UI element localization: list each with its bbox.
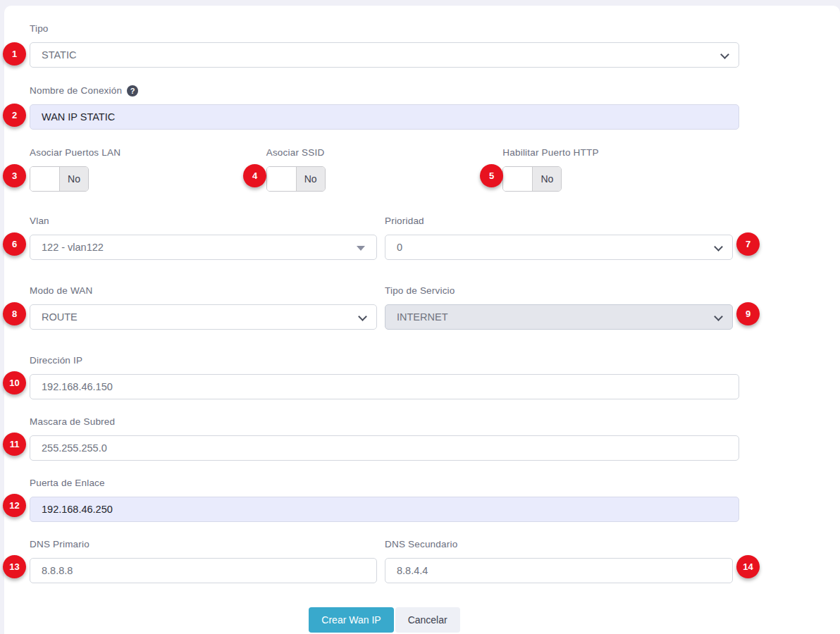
- toggles-row: Asociar Puertos LAN No Asociar SSID No H…: [30, 147, 739, 192]
- crear-wan-ip-button[interactable]: Crear Wan IP: [309, 607, 393, 633]
- triangle-down-icon: [357, 246, 365, 251]
- form-card: Tipo STATIC Nombre de Conexión ? Asociar…: [4, 6, 840, 634]
- direccion-ip-input[interactable]: [30, 374, 739, 399]
- tipo-servicio-select: INTERNET: [385, 304, 733, 330]
- field-modo-wan: Modo de WAN ROUTE: [30, 285, 377, 330]
- mascara-subred-input[interactable]: [30, 435, 739, 461]
- wan-ip-form-page: Tipo STATIC Nombre de Conexión ? Asociar…: [0, 0, 840, 634]
- dns-row: DNS Primario DNS Secundario: [30, 539, 739, 583]
- annotation-badge-5: 5: [480, 164, 503, 187]
- field-prioridad: Prioridad 0: [385, 216, 733, 260]
- chevron-down-icon: [714, 242, 723, 251]
- toggle-knob: [503, 167, 533, 191]
- toggle-state-label: No: [533, 167, 561, 191]
- cancelar-button[interactable]: Cancelar: [395, 607, 460, 633]
- modo-servicio-row: Modo de WAN ROUTE Tipo de Servicio INTER…: [30, 285, 739, 330]
- field-asociar-puertos-lan: Asociar Puertos LAN No: [30, 147, 266, 192]
- habilitar-puerto-http-label: Habilitar Puerto HTTP: [502, 147, 739, 158]
- field-direccion-ip: Dirección IP: [30, 355, 739, 399]
- nombre-conexion-input[interactable]: [30, 104, 739, 130]
- vlan-label: Vlan: [30, 216, 377, 227]
- prioridad-label: Prioridad: [385, 216, 733, 227]
- dns-secundario-label: DNS Secundario: [385, 539, 733, 550]
- field-asociar-ssid: Asociar SSID No: [266, 147, 503, 192]
- help-question-icon[interactable]: ?: [127, 85, 138, 97]
- annotation-badge-3: 3: [3, 164, 26, 187]
- habilitar-puerto-http-toggle[interactable]: No: [502, 166, 562, 192]
- annotation-badge-7: 7: [736, 232, 760, 256]
- annotation-badge-10: 10: [3, 371, 26, 394]
- field-habilitar-puerto-http: Habilitar Puerto HTTP No: [502, 147, 739, 192]
- asociar-ssid-toggle[interactable]: No: [266, 166, 326, 192]
- toggle-knob: [267, 167, 297, 191]
- annotation-badge-1: 1: [3, 42, 26, 66]
- dns-secundario-input[interactable]: [385, 558, 733, 583]
- modo-wan-label: Modo de WAN: [30, 285, 377, 297]
- form-actions: Crear Wan IP Cancelar: [30, 607, 739, 633]
- annotation-badge-8: 8: [3, 302, 26, 325]
- field-mascara-subred: Mascara de Subred: [30, 416, 739, 461]
- toggle-state-label: No: [297, 167, 325, 191]
- toggle-knob: [30, 167, 60, 191]
- puerta-enlace-input[interactable]: [30, 497, 739, 522]
- dns-primario-input[interactable]: [30, 558, 377, 583]
- annotation-badge-4: 4: [243, 164, 266, 187]
- prioridad-select-value: 0: [397, 242, 402, 253]
- field-puerta-enlace: Puerta de Enlace: [30, 478, 739, 522]
- vlan-prioridad-row: Vlan 122 - vlan122 Prioridad 0: [30, 216, 739, 260]
- chevron-down-icon: [720, 50, 729, 59]
- asociar-puertos-lan-label: Asociar Puertos LAN: [30, 147, 266, 158]
- field-dns-secundario: DNS Secundario: [385, 539, 733, 583]
- annotation-badge-2: 2: [3, 104, 26, 127]
- field-nombre-conexion: Nombre de Conexión ?: [30, 85, 739, 130]
- field-dns-primario: DNS Primario: [30, 539, 377, 583]
- annotation-badge-13: 13: [3, 555, 26, 578]
- nombre-conexion-label: Nombre de Conexión: [30, 85, 122, 97]
- mascara-subred-label: Mascara de Subred: [30, 416, 739, 428]
- tipo-select[interactable]: STATIC: [30, 42, 739, 68]
- chevron-down-icon: [358, 312, 367, 321]
- vlan-select[interactable]: 122 - vlan122: [30, 235, 377, 260]
- field-tipo: Tipo STATIC: [30, 23, 739, 68]
- modo-wan-select-value: ROUTE: [42, 311, 78, 323]
- asociar-ssid-label: Asociar SSID: [266, 147, 503, 158]
- prioridad-select[interactable]: 0: [385, 235, 733, 260]
- tipo-servicio-label: Tipo de Servicio: [385, 285, 733, 297]
- field-vlan: Vlan 122 - vlan122: [30, 216, 377, 260]
- modo-wan-select[interactable]: ROUTE: [30, 304, 377, 330]
- tipo-label: Tipo: [30, 23, 739, 35]
- puerta-enlace-label: Puerta de Enlace: [30, 478, 739, 489]
- chevron-down-icon: [714, 312, 723, 321]
- tipo-servicio-select-value: INTERNET: [397, 311, 448, 323]
- tipo-select-value: STATIC: [42, 49, 76, 61]
- vlan-select-value: 122 - vlan122: [42, 242, 104, 253]
- annotation-badge-12: 12: [3, 494, 26, 517]
- annotation-badge-9: 9: [736, 302, 760, 325]
- toggle-state-label: No: [60, 167, 88, 191]
- dns-primario-label: DNS Primario: [30, 539, 377, 550]
- asociar-puertos-lan-toggle[interactable]: No: [30, 166, 89, 192]
- annotation-badge-11: 11: [3, 433, 26, 456]
- annotation-badge-14: 14: [736, 555, 760, 578]
- direccion-ip-label: Dirección IP: [30, 355, 739, 366]
- annotation-badge-6: 6: [3, 232, 26, 256]
- field-tipo-servicio: Tipo de Servicio INTERNET: [385, 285, 733, 330]
